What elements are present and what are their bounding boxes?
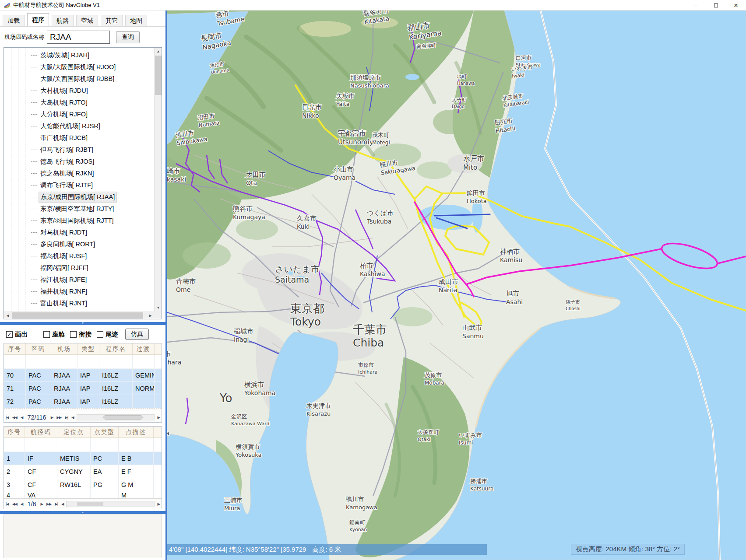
svg-text:Hiratsuka: Hiratsuka: [167, 430, 169, 437]
fast-prev-button[interactable]: ◀◀: [12, 415, 17, 420]
first-page-button[interactable]: |◀: [6, 502, 9, 506]
tree-item[interactable]: 德岛飞行场[ RJOS]: [4, 156, 154, 168]
map-viewport[interactable]: 燕市Tsubame長岡市Nagaoka魚沼市Uonuma喜多方市Kitakata…: [167, 10, 746, 560]
table-row[interactable]: 2CFCYGNYEAE F: [4, 465, 162, 478]
splitter-bar[interactable]: ▴: [0, 511, 165, 514]
next-page-button[interactable]: ▶: [51, 415, 53, 420]
scroll-left-icon[interactable]: ◀: [71, 415, 74, 420]
scrollbar-thumb[interactable]: [155, 56, 162, 95]
column-header[interactable]: 过渡: [133, 343, 155, 354]
maximize-button[interactable]: [706, 0, 726, 10]
svg-text:神栖市: 神栖市: [500, 248, 520, 256]
tree-horizontal-scrollbar[interactable]: ◀ ▶: [4, 312, 154, 319]
tab-航路[interactable]: 航路: [52, 15, 74, 26]
table-cell: PAC: [26, 382, 51, 395]
fast-prev-button[interactable]: ◀◀: [12, 502, 17, 506]
column-header[interactable]: 航径码: [25, 427, 57, 438]
tree-item[interactable]: 福江机场[ RJFE]: [4, 274, 154, 286]
table-row[interactable]: 1IFMETISPCE B: [4, 452, 162, 465]
table-row[interactable]: 3CFRW16LPGG M: [4, 478, 162, 491]
svg-text:Mobara: Mobara: [425, 380, 444, 386]
tree-item[interactable]: 东京/成田国际机场[ RJAA]: [4, 191, 154, 203]
tree-vertical-scrollbar[interactable]: ▲ ▼: [154, 48, 162, 312]
tree-item-label: 大馆能代机场[ RJSR]: [39, 121, 102, 131]
tab-程序[interactable]: 程序: [27, 13, 49, 26]
last-page-button[interactable]: ▶|: [65, 415, 68, 420]
checkbox-座舱[interactable]: 座舱: [43, 330, 65, 339]
tree-item[interactable]: 大分机场[ RJFO]: [4, 108, 154, 120]
svg-text:旭市: 旭市: [506, 290, 519, 298]
tree-item[interactable]: 德之岛机场[ RJKN]: [4, 168, 154, 179]
prev-page-button[interactable]: ◀: [21, 502, 23, 506]
scroll-up-icon[interactable]: ▲: [155, 48, 162, 55]
close-button[interactable]: ✕: [726, 0, 746, 10]
table-row[interactable]: 71PACRJAAIAPI16LZNORM: [4, 382, 162, 395]
tree-item[interactable]: 东京/横田空军基地[ RJTY]: [4, 203, 154, 215]
table-row[interactable]: 72PACRJAAIAPI16LZ: [4, 395, 162, 408]
fast-next-button[interactable]: ▶▶: [56, 415, 61, 420]
tree-item[interactable]: 大阪/大阪国际机场[ RJOO]: [4, 61, 154, 73]
svg-text:木更津市: 木更津市: [306, 402, 331, 409]
tree-item[interactable]: 调布飞行场[ RJTF]: [4, 179, 154, 191]
column-header[interactable]: 序号: [4, 427, 25, 438]
pager-scrollbar[interactable]: [77, 414, 155, 420]
tree-item[interactable]: 大村机场[ RJDU]: [4, 85, 154, 97]
column-header[interactable]: 点描述: [119, 427, 154, 438]
tree-item[interactable]: 带广机场[ RJCB]: [4, 132, 154, 144]
scroll-left-icon[interactable]: ◀: [61, 502, 64, 506]
query-button[interactable]: 查询: [116, 31, 140, 43]
table-row[interactable]: [4, 355, 162, 369]
tree-item[interactable]: 福井机场[ RJNF]: [4, 286, 154, 298]
tree-item[interactable]: 对马机场[ RJDT]: [4, 227, 154, 238]
fast-next-button[interactable]: ▶▶: [46, 502, 51, 506]
simulate-button[interactable]: 仿真: [125, 329, 149, 340]
scroll-down-icon[interactable]: ▼: [155, 304, 162, 312]
checkbox-画出[interactable]: ✓画出: [6, 330, 28, 339]
clipped-row: [4, 408, 162, 411]
table-row[interactable]: 70PACRJAAIAPI16LZGEMIN: [4, 369, 162, 382]
scrollbar-thumb[interactable]: [77, 502, 103, 506]
scroll-right-icon[interactable]: ▶: [157, 415, 160, 420]
svg-text:Tokyo: Tokyo: [290, 315, 321, 328]
table-row[interactable]: [4, 438, 162, 452]
tab-地图[interactable]: 地图: [125, 15, 147, 26]
scrollbar-thumb[interactable]: [103, 415, 143, 420]
tree-item[interactable]: 富山机场[ RJNT]: [4, 298, 154, 309]
first-page-button[interactable]: |◀: [6, 415, 9, 420]
tree-item[interactable]: 茨城/茨城[ RJAH]: [4, 49, 154, 61]
tree-item[interactable]: 大阪/关西国际机场[ RJBB]: [4, 73, 154, 85]
column-header[interactable]: 机场: [51, 343, 77, 354]
tab-加载[interactable]: 加载: [3, 15, 25, 26]
tree-item[interactable]: 多良间机场[ RORT]: [4, 238, 154, 250]
scroll-right-icon[interactable]: ▶: [157, 502, 160, 506]
column-header[interactable]: 区码: [26, 343, 51, 354]
tab-其它[interactable]: 其它: [101, 15, 123, 26]
tree-item[interactable]: 东京/羽田国际机场[ RJTT]: [4, 215, 154, 227]
checkbox-label: 座舱: [52, 330, 65, 339]
tree-item[interactable]: 福岛机场[ RJSF]: [4, 250, 154, 262]
tree-item[interactable]: 大岛机场[ RJTO]: [4, 97, 154, 108]
last-page-button[interactable]: ▶|: [55, 502, 58, 506]
tree-item[interactable]: 大馆能代机场[ RJSR]: [4, 120, 154, 132]
column-header[interactable]: 序号: [4, 343, 26, 354]
column-header[interactable]: 点类型: [91, 427, 119, 438]
column-header[interactable]: 定位点: [57, 427, 91, 438]
tree-item[interactable]: 福冈/福冈[ RJFF]: [4, 262, 154, 274]
tree-item[interactable]: 但马飞行场[ RJBT]: [4, 144, 154, 156]
next-page-button[interactable]: ▶: [41, 502, 43, 506]
scroll-left-icon[interactable]: ◀: [4, 312, 11, 319]
column-header[interactable]: 程序名: [99, 343, 133, 354]
splitter-bar[interactable]: ▾: [0, 322, 165, 325]
checkbox-尾迹[interactable]: 尾迹: [97, 330, 118, 339]
column-header[interactable]: 类型: [77, 343, 99, 354]
minimize-button[interactable]: –: [686, 0, 706, 10]
airport-code-input[interactable]: [47, 31, 110, 44]
checkbox-衔接[interactable]: 衔接: [70, 330, 91, 339]
scroll-right-icon[interactable]: ▶: [147, 312, 154, 319]
table-cell: [77, 355, 99, 368]
scrollbar-thumb[interactable]: [12, 312, 143, 319]
prev-page-button[interactable]: ◀: [21, 415, 23, 420]
pager-scrollbar[interactable]: [66, 501, 155, 507]
tab-空域[interactable]: 空域: [76, 15, 98, 26]
svg-text:Kashiwa: Kashiwa: [360, 270, 385, 277]
